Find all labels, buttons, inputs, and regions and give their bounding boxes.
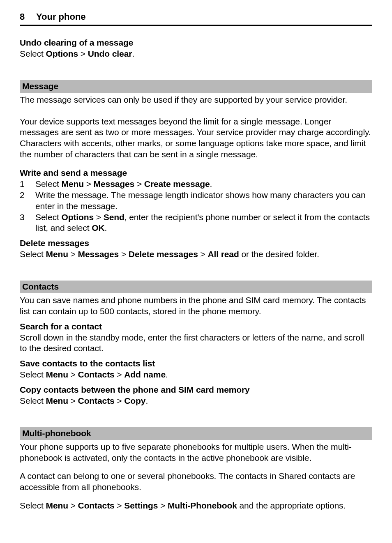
period: . xyxy=(145,396,148,405)
step-number: 2 xyxy=(20,190,35,212)
separator: > xyxy=(119,249,129,259)
options-label: Options xyxy=(62,212,94,222)
text: Select xyxy=(35,212,62,222)
separator: > xyxy=(68,396,78,405)
period: . xyxy=(210,179,212,189)
step-number: 3 xyxy=(20,212,35,234)
step-number: 1 xyxy=(20,179,35,190)
period: . xyxy=(166,370,168,379)
contacts-label: Contacts xyxy=(78,396,115,405)
separator: > xyxy=(115,501,125,510)
options-label: Options xyxy=(46,49,78,58)
menu-label: Menu xyxy=(46,396,68,405)
contacts-label: Contacts xyxy=(78,501,115,510)
text: or the desired folder. xyxy=(239,249,319,259)
separator: > xyxy=(115,370,125,379)
messages-label: Messages xyxy=(78,249,119,259)
save-contacts-instruction: Select Menu > Contacts > Add name. xyxy=(20,369,372,380)
text: and the appropriate options. xyxy=(237,501,346,510)
settings-label: Settings xyxy=(124,501,158,510)
search-contact-heading: Search for a contact xyxy=(20,321,372,332)
contacts-intro: You can save names and phone numbers in … xyxy=(20,295,372,317)
spacer xyxy=(20,106,372,116)
manual-page: 8 Your phone Undo clearing of a message … xyxy=(0,0,392,531)
period: . xyxy=(105,223,107,232)
text: Select xyxy=(35,179,62,189)
menu-label: Menu xyxy=(46,370,68,379)
step-2: 2 Write the message. The message length … xyxy=(20,190,372,212)
separator: > xyxy=(134,179,144,189)
multi-phonebook-p1: Your phone supports up to five separate … xyxy=(20,442,372,464)
spacer xyxy=(20,60,372,70)
ok-label: OK xyxy=(92,223,104,232)
copy-contacts-heading: Copy contacts between the phone and SIM … xyxy=(20,384,372,396)
separator: > xyxy=(198,249,208,259)
delete-messages-heading: Delete messages xyxy=(20,238,372,249)
create-message-label: Create message xyxy=(144,179,210,189)
spacer xyxy=(20,493,372,500)
page-header: 8 Your phone xyxy=(20,12,372,26)
undo-clear-label: Undo clear xyxy=(88,49,132,58)
multi-phonebook-label: Multi-Phonebook xyxy=(168,501,237,510)
menu-label: Menu xyxy=(62,179,84,189)
copy-label: Copy xyxy=(124,396,145,405)
undo-clearing-instruction: Select Options > Undo clear. xyxy=(20,48,372,60)
undo-clearing-heading: Undo clearing of a message xyxy=(20,37,372,48)
multi-phonebook-nav: Select Menu > Contacts > Settings > Mult… xyxy=(20,500,372,511)
delete-messages-label: Delete messages xyxy=(129,249,198,259)
spacer xyxy=(20,407,372,417)
chapter-title: Your phone xyxy=(36,12,86,22)
save-contacts-heading: Save contacts to the contacts list xyxy=(20,358,372,369)
text: Select xyxy=(20,501,46,510)
write-send-steps: 1 Select Menu > Messages > Create messag… xyxy=(20,179,372,234)
message-intro-1: The message services can only be used if… xyxy=(20,94,372,106)
multi-phonebook-p2: A contact can belong to one or several p… xyxy=(20,471,372,493)
menu-label: Menu xyxy=(46,501,68,510)
write-send-heading: Write and send a message xyxy=(20,168,372,179)
separator: > xyxy=(115,396,125,405)
step-text: Write the message. The message length in… xyxy=(35,190,372,212)
page-body: Undo clearing of a message Select Option… xyxy=(20,37,372,511)
separator: > xyxy=(84,179,94,189)
separator: > xyxy=(94,212,104,222)
spacer xyxy=(20,260,372,271)
text: Select xyxy=(20,396,46,405)
step-text: Select Menu > Messages > Create message. xyxy=(35,179,372,190)
search-contact-text: Scroll down in the standby mode, enter t… xyxy=(20,332,372,354)
messages-label: Messages xyxy=(94,179,135,189)
separator: > xyxy=(68,501,78,510)
contacts-label: Contacts xyxy=(78,370,115,379)
separator: > xyxy=(78,49,88,58)
step-text: Select Options > Send, enter the recipie… xyxy=(35,212,372,234)
multi-phonebook-section-bar: Multi-phonebook xyxy=(20,427,372,440)
all-read-label: All read xyxy=(208,249,239,259)
contacts-section-bar: Contacts xyxy=(20,281,372,293)
menu-label: Menu xyxy=(46,249,68,259)
copy-contacts-instruction: Select Menu > Contacts > Copy. xyxy=(20,396,372,407)
delete-messages-instruction: Select Menu > Messages > Delete messages… xyxy=(20,249,372,260)
separator: > xyxy=(68,370,78,379)
period: . xyxy=(132,49,134,58)
separator: > xyxy=(68,249,78,259)
spacer xyxy=(20,463,372,471)
send-label: Send xyxy=(104,212,125,222)
message-intro-2: Your device supports text messages beyon… xyxy=(20,116,372,161)
text: Select xyxy=(20,49,46,58)
separator: > xyxy=(158,501,168,510)
page-number: 8 xyxy=(20,12,36,22)
text: Select xyxy=(20,249,46,259)
step-3: 3 Select Options > Send, enter the recip… xyxy=(20,212,372,234)
add-name-label: Add name xyxy=(124,370,166,379)
step-1: 1 Select Menu > Messages > Create messag… xyxy=(20,179,372,190)
message-section-bar: Message xyxy=(20,80,372,93)
text: Select xyxy=(20,370,46,379)
